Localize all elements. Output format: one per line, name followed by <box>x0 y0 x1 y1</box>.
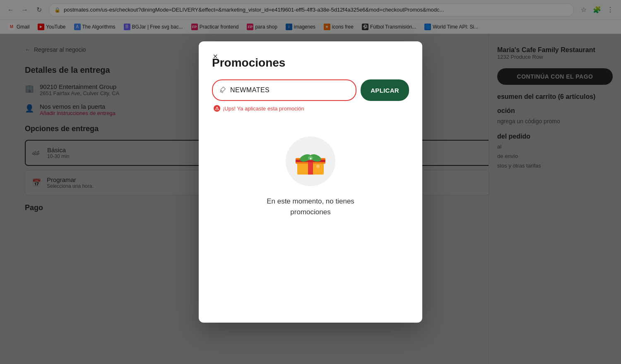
promo-input-row: 🏷 APLICAR <box>212 79 409 101</box>
error-message-row: ⚠ ¡Ups! Ya aplicaste esta promoción <box>212 105 409 112</box>
error-message-text: ¡Ups! Ya aplicaste esta promoción <box>223 105 304 112</box>
tag-icon: 🏷 <box>218 85 228 95</box>
promo-code-input[interactable] <box>230 86 349 94</box>
svg-point-8 <box>316 165 320 168</box>
modal-title: Promociones <box>212 56 409 69</box>
promo-input-wrapper: 🏷 <box>212 79 356 101</box>
modal-close-button[interactable]: × <box>209 50 222 63</box>
svg-text:★: ★ <box>309 157 312 160</box>
apply-button[interactable]: APLICAR <box>361 79 409 101</box>
error-warning-icon: ⚠ <box>214 105 220 112</box>
gift-box-icon: ★ <box>294 145 327 178</box>
empty-state-text: En este momento, no tienes promociones <box>267 196 354 217</box>
promotions-modal: × Promociones 🏷 APLICAR ⚠ ¡Ups! Ya aplic… <box>199 41 422 323</box>
promo-illustration: ★ <box>286 136 335 186</box>
empty-state-section: ★ En este momento, no tienes promociones <box>212 120 409 234</box>
